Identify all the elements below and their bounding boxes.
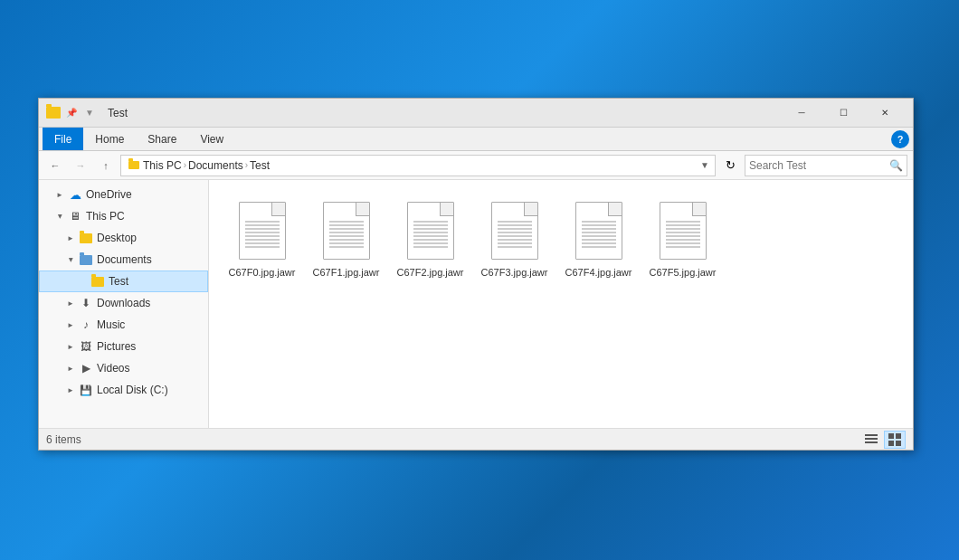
address-part-thispc[interactable]: This PC (143, 159, 182, 172)
sidebar-item-onedrive[interactable]: ► ☁ OneDrive (39, 184, 208, 205)
sidebar-label-test: Test (109, 275, 128, 288)
expand-arrow-localdisk: ► (66, 386, 75, 394)
maximize-button[interactable]: ☐ (822, 99, 864, 128)
search-box[interactable]: 🔍 (745, 155, 907, 176)
svg-rect-6 (896, 441, 901, 446)
test-folder-icon (90, 274, 105, 289)
sidebar-item-music[interactable]: ► ♪ Music (39, 314, 208, 336)
help-button[interactable]: ? (891, 130, 909, 148)
onedrive-icon: ☁ (68, 187, 82, 202)
sidebar-item-videos[interactable]: ► ▶ Videos (39, 357, 208, 379)
file-name-0: C67F0.jpg.jawr (229, 266, 296, 279)
doc-icon-3 (491, 202, 538, 260)
address-sep-2: › (245, 160, 248, 170)
doc-icon-5 (660, 202, 707, 260)
tab-view[interactable]: View (188, 128, 235, 150)
minimize-button[interactable]: ─ (781, 99, 822, 128)
folder-icon-small (46, 106, 61, 120)
expand-arrow-documents: ► (67, 255, 75, 264)
sidebar-label-videos: Videos (97, 362, 129, 375)
item-count: 6 items (46, 433, 81, 446)
title-bar: 📌 ▼ Test ─ ☐ ✕ (39, 99, 913, 128)
sidebar-label-onedrive: OneDrive (86, 188, 132, 201)
forward-button[interactable]: → (70, 155, 91, 176)
expand-arrow-desktop: ► (66, 234, 75, 242)
address-bar[interactable]: This PC › Documents › Test ▼ (120, 155, 716, 176)
list-view-button[interactable] (860, 431, 882, 449)
file-explorer-window: 📌 ▼ Test ─ ☐ ✕ File Home Share View ? ← … (38, 98, 914, 451)
file-icon-4 (570, 199, 628, 262)
svg-rect-3 (888, 433, 894, 439)
search-icon[interactable]: 🔍 (889, 159, 903, 172)
list-view-icon (865, 433, 878, 446)
sidebar-item-test[interactable]: ► Test (39, 271, 208, 292)
sidebar-item-desktop[interactable]: ► Desktop (39, 227, 208, 249)
file-item-2[interactable]: C67F2.jpg.jawr (392, 195, 469, 283)
expand-arrow-onedrive: ► (55, 191, 64, 199)
svg-rect-1 (865, 438, 878, 440)
file-item-4[interactable]: C67F4.jpg.jawr (560, 195, 637, 283)
hdd-icon: 💾 (79, 383, 93, 397)
window-title: Test (108, 107, 781, 119)
videos-icon: ▶ (79, 361, 93, 375)
expand-arrow-music: ► (66, 321, 75, 329)
expand-arrow-videos: ► (66, 365, 75, 373)
close-button[interactable]: ✕ (864, 99, 906, 128)
ribbon-tabs: File Home Share View ? (39, 128, 913, 151)
doc-icon-2 (407, 202, 454, 260)
address-dropdown-arrow[interactable]: ▼ (700, 160, 709, 170)
up-button[interactable]: ↑ (95, 155, 117, 176)
sidebar: ► ☁ OneDrive ► 🖥 This PC ► Desktop ► (39, 180, 209, 428)
sidebar-item-pictures[interactable]: ► 🖼 Pictures (39, 336, 208, 357)
sidebar-item-documents[interactable]: ► Documents (39, 249, 208, 271)
grid-view-icon (888, 433, 901, 446)
sidebar-label-documents: Documents (97, 253, 152, 266)
documents-folder-icon (79, 252, 93, 267)
address-part-test[interactable]: Test (250, 159, 270, 172)
file-item-5[interactable]: C67F5.jpg.jawr (644, 195, 721, 283)
file-item-1[interactable]: C67F1.jpg.jawr (308, 195, 385, 283)
doc-icon-4 (575, 202, 622, 260)
file-name-4: C67F4.jpg.jawr (565, 266, 632, 279)
expand-icon: ▼ (82, 106, 97, 120)
file-item-3[interactable]: C67F3.jpg.jawr (476, 195, 553, 283)
tab-share[interactable]: Share (136, 128, 188, 150)
sidebar-label-pictures: Pictures (97, 340, 136, 353)
svg-rect-5 (888, 441, 894, 446)
sidebar-label-downloads: Downloads (97, 297, 150, 309)
file-name-1: C67F1.jpg.jawr (313, 266, 380, 279)
svg-rect-4 (896, 433, 901, 439)
sidebar-item-localdisk[interactable]: ► 💾 Local Disk (C:) (39, 379, 208, 401)
sidebar-label-thispc: This PC (86, 210, 125, 223)
main-area: ► ☁ OneDrive ► 🖥 This PC ► Desktop ► (39, 180, 913, 428)
file-icon-1 (318, 199, 375, 262)
pictures-icon: 🖼 (79, 339, 93, 354)
address-folder-icon (127, 158, 141, 173)
expand-arrow-thispc: ► (56, 212, 64, 221)
search-input[interactable] (749, 159, 886, 172)
sidebar-item-thispc[interactable]: ► 🖥 This PC (39, 205, 208, 227)
doc-icon-1 (323, 202, 370, 260)
address-sep-1: › (184, 160, 186, 170)
file-item-0[interactable]: C67F0.jpg.jawr (223, 195, 300, 283)
sidebar-label-music: Music (97, 318, 125, 331)
doc-icon-0 (239, 202, 286, 260)
window-controls: ─ ☐ ✕ (781, 99, 906, 128)
refresh-button[interactable]: ↻ (719, 155, 741, 176)
view-toggle (860, 431, 906, 449)
address-part-documents[interactable]: Documents (188, 159, 243, 172)
grid-view-button[interactable] (884, 431, 906, 449)
sidebar-label-localdisk: Local Disk (C:) (97, 384, 168, 396)
tab-file[interactable]: File (43, 128, 83, 150)
music-icon: ♪ (79, 318, 93, 332)
back-button[interactable]: ← (44, 155, 66, 176)
svg-rect-0 (865, 434, 878, 436)
file-name-3: C67F3.jpg.jawr (481, 266, 548, 279)
sidebar-item-downloads[interactable]: ► ⬇ Downloads (39, 292, 208, 314)
file-icon-0 (233, 199, 291, 262)
expand-arrow-pictures: ► (66, 343, 75, 351)
nav-bar: ← → ↑ This PC › Documents › Test ▼ ↻ 🔍 (39, 151, 913, 180)
tab-home[interactable]: Home (83, 128, 136, 150)
computer-icon: 🖥 (68, 209, 82, 223)
status-bar: 6 items (39, 428, 913, 450)
